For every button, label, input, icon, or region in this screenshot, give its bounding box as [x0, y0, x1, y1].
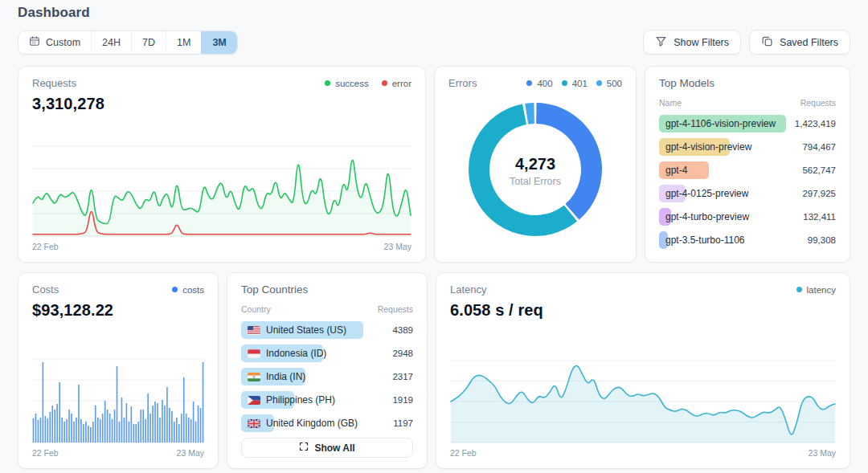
- requests-card: Requests successerror 3,310,278 22 Feb 2…: [18, 66, 426, 263]
- row-value: 1919: [371, 395, 413, 405]
- show-filters-label: Show Filters: [674, 37, 729, 48]
- show-filters-button[interactable]: Show Filters: [643, 30, 741, 55]
- show-all-label: Show All: [314, 442, 354, 454]
- row-bar-cell: gpt-3.5-turbo-1106: [659, 231, 786, 249]
- row-label: gpt-4-1106-vision-preview: [659, 115, 786, 133]
- requests-card-title: Requests: [32, 77, 76, 89]
- range-custom[interactable]: Custom: [18, 31, 91, 54]
- range-3m[interactable]: 3M: [201, 31, 236, 54]
- range-label: 3M: [212, 37, 226, 48]
- row-label: gpt-4: [659, 161, 786, 179]
- errors-donut: 4,273 Total Errors: [465, 99, 606, 243]
- table-row: Philippines (PH)1919: [241, 391, 413, 409]
- range-label: Custom: [46, 37, 80, 48]
- row-name: gpt-4-0125-preview: [665, 185, 748, 202]
- row-label: United States (US): [241, 321, 363, 339]
- row-value: 1,423,419: [794, 119, 836, 128]
- table-row: gpt-4-turbo-preview132,411: [659, 208, 836, 226]
- row-label: Philippines (PH): [241, 391, 363, 409]
- legend-label: error: [392, 79, 411, 88]
- show-all-button[interactable]: Show All: [241, 438, 413, 458]
- row-bar-cell: United Kingdom (GB): [241, 414, 363, 432]
- latency-card-title: Latency: [450, 283, 487, 296]
- range-label: 7D: [142, 37, 155, 48]
- row-label: Indonesia (ID): [241, 345, 363, 362]
- flag-ph-icon: [248, 396, 260, 405]
- flag-gb-icon: [248, 419, 260, 428]
- row-label: gpt-3.5-turbo-1106: [659, 231, 786, 249]
- saved-filters-icon: [761, 35, 773, 50]
- table-row: United States (US)4389: [241, 321, 413, 339]
- costs-axis-end: 23 May: [177, 448, 204, 458]
- legend-dot: [596, 80, 602, 86]
- row-value: 562,747: [794, 165, 836, 175]
- table-row: gpt-3.5-turbo-110699,308: [659, 231, 836, 249]
- table-row: India (IN)2317: [241, 368, 413, 385]
- row-bar-cell: gpt-4-1106-vision-preview: [659, 115, 786, 133]
- latency-card: Latency latency 6.058 s / req 22 Feb 23 …: [436, 272, 850, 469]
- row-label: United Kingdom (GB): [241, 414, 363, 432]
- legend-item-latency: latency: [796, 285, 836, 295]
- legend-item-500: 500: [596, 79, 622, 88]
- flag-id-icon: [248, 349, 260, 358]
- flag-us-icon: [248, 326, 260, 335]
- range-24h[interactable]: 24H: [91, 31, 131, 54]
- countries-col-country: Country: [241, 304, 271, 314]
- legend-label: 500: [607, 79, 622, 88]
- legend-item-400: 400: [526, 79, 552, 88]
- costs-chart: [32, 356, 204, 444]
- row-label: gpt-4-turbo-preview: [659, 208, 786, 226]
- table-row: gpt-4-0125-preview297,925: [659, 185, 836, 202]
- country-rows: United States (US)4389Indonesia (ID)2948…: [241, 321, 413, 438]
- legend-dot: [325, 80, 330, 86]
- saved-filters-button[interactable]: Saved Filters: [749, 30, 850, 55]
- top-models-card: Top Models Name Requests gpt-4-1106-visi…: [645, 66, 850, 263]
- row-bar-cell: gpt-4: [659, 161, 786, 179]
- flag-in-icon: [248, 373, 260, 381]
- row-value: 794,467: [794, 142, 836, 152]
- saved-filters-label: Saved Filters: [780, 37, 838, 48]
- row-name: gpt-3.5-turbo-1106: [665, 231, 745, 249]
- total-errors-label: Total Errors: [510, 176, 561, 187]
- cards-row-2: Costs costs $93,128.22 22 Feb 23 May Top…: [18, 272, 850, 469]
- latency-axis-start: 22 Feb: [450, 448, 477, 458]
- row-name: gpt-4-turbo-preview: [665, 208, 749, 226]
- errors-legend: 400401500: [526, 79, 622, 88]
- toolbar-right: Show Filters Saved Filters: [643, 30, 850, 55]
- errors-donut-center: 4,273 Total Errors: [465, 99, 606, 243]
- legend-item-401: 401: [562, 79, 588, 88]
- models-col-requests: Requests: [800, 98, 836, 108]
- legend-label: 400: [537, 79, 552, 88]
- legend-label: latency: [807, 285, 836, 295]
- table-row: Indonesia (ID)2948: [241, 345, 413, 362]
- row-name: India (IN): [266, 368, 305, 385]
- range-label: 24H: [102, 37, 121, 48]
- legend-label: 401: [572, 79, 588, 88]
- row-value: 99,308: [794, 235, 836, 245]
- cards-row-1: Requests successerror 3,310,278 22 Feb 2…: [18, 66, 850, 263]
- legend-item-costs: costs: [172, 285, 204, 295]
- row-name: gpt-4: [665, 161, 687, 179]
- range-label: 1M: [177, 37, 190, 48]
- expand-icon: [299, 442, 309, 454]
- row-name: Philippines (PH): [266, 391, 335, 409]
- legend-dot: [562, 80, 567, 86]
- table-row: gpt-4-vision-preview794,467: [659, 138, 836, 156]
- row-name: United Kingdom (GB): [266, 414, 358, 432]
- row-name: Indonesia (ID): [266, 345, 326, 362]
- costs-total-value: $93,128.22: [32, 301, 204, 320]
- requests-axis-end: 23 May: [384, 242, 411, 251]
- row-bar-cell: India (IN): [241, 368, 363, 385]
- row-value: 2317: [371, 372, 413, 381]
- legend-dot: [382, 80, 387, 86]
- funnel-icon: [655, 35, 667, 50]
- top-models-title: Top Models: [659, 77, 836, 89]
- range-1m[interactable]: 1M: [166, 31, 201, 54]
- range-7d[interactable]: 7D: [131, 31, 166, 54]
- legend-dot: [526, 80, 532, 86]
- model-rows: gpt-4-1106-vision-preview1,423,419gpt-4-…: [659, 115, 836, 255]
- toolbar: Custom24H7D1M3M Show Filters Saved Filte…: [18, 30, 850, 55]
- total-errors-value: 4,273: [515, 155, 555, 173]
- row-bar-cell: United States (US): [241, 321, 363, 339]
- latency-chart: [450, 357, 836, 444]
